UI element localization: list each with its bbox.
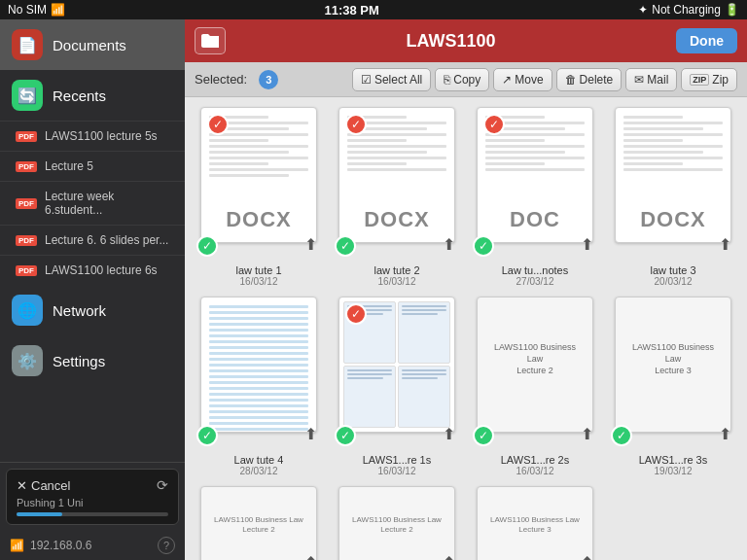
pdf-badge: PDF bbox=[16, 131, 37, 142]
pdf-item-label: Lecture 6. 6 slides per... bbox=[45, 233, 168, 247]
file-item-9[interactable]: LAWS1100 Business Law Lecture 2 ⬆ bbox=[333, 486, 461, 560]
file-type-0: DOCX bbox=[226, 207, 292, 232]
file-red-check-5: ✓ bbox=[345, 303, 367, 325]
file-item-6[interactable]: LAWS1100 Business LawLecture 2 ✓ LAWS1..… bbox=[471, 297, 599, 476]
pdf-badge: PDF bbox=[16, 265, 37, 276]
delete-label: Delete bbox=[580, 73, 614, 87]
file-name-1: law tute 2 bbox=[374, 264, 419, 276]
file-thumb-6: LAWS1100 Business LawLecture 2 bbox=[477, 297, 593, 433]
select-all-button[interactable]: ☑ Select All bbox=[352, 68, 431, 91]
file-thumb-7: LAWS1100 Business LawLecture 3 bbox=[615, 297, 731, 433]
wifi-left: 📶 192.168.0.6 bbox=[10, 539, 91, 552]
sidebar-pdf-3[interactable]: PDF Lecture week 6.student... bbox=[0, 181, 185, 225]
file-share-9[interactable]: ⬆ bbox=[443, 553, 455, 560]
selected-label: Selected: bbox=[195, 72, 247, 87]
sidebar-bottom: ✕ Cancel ⟳ Pushing 1 Uni 📶 192.168.0.6 ? bbox=[0, 462, 185, 560]
bluetooth-icon: ✦ bbox=[638, 3, 648, 17]
file-share-2[interactable]: ⬆ bbox=[581, 235, 593, 254]
cancel-x-icon: ✕ bbox=[17, 478, 27, 493]
file-name-6: LAWS1...re 2s bbox=[501, 454, 570, 466]
recents-icon: 🔄 bbox=[12, 80, 43, 111]
sidebar-item-recents[interactable]: 🔄 Recents bbox=[0, 70, 185, 121]
cancel-push-header: ✕ Cancel ⟳ bbox=[17, 477, 168, 493]
file-share-3[interactable]: ⬆ bbox=[719, 235, 731, 254]
copy-icon: ⎘ bbox=[444, 73, 450, 87]
status-right: ✦ Not Charging 🔋 bbox=[638, 3, 739, 17]
file-item-5[interactable]: ✓ ✓ LAWS1...re 1s 16/03/12 ⬆ bbox=[333, 297, 461, 476]
copy-button[interactable]: ⎘ Copy bbox=[435, 68, 489, 91]
file-thumb-5: ✓ bbox=[338, 297, 455, 433]
battery-label: Not Charging bbox=[652, 3, 721, 17]
sidebar: 📄 Documents 🔄 Recents PDF LAWS1100 lectu… bbox=[0, 19, 185, 560]
copy-label: Copy bbox=[453, 73, 480, 87]
spinner-icon: ⟳ bbox=[157, 477, 168, 493]
title-bar: LAWS1100 Done bbox=[185, 19, 747, 62]
sidebar-pdf-1[interactable]: PDF LAWS1100 lecture 5s bbox=[0, 121, 185, 151]
file-item-4[interactable]: ✓ Law tute 4 28/03/12 ⬆ bbox=[195, 297, 323, 476]
zip-button[interactable]: ZIP Zip bbox=[681, 68, 737, 91]
file-name-7: LAWS1...re 3s bbox=[639, 454, 708, 466]
file-date-1: 16/03/12 bbox=[378, 276, 416, 287]
file-date-2: 27/03/12 bbox=[516, 276, 554, 287]
no-sim-label: No SIM bbox=[8, 3, 47, 17]
cancel-button[interactable]: ✕ Cancel bbox=[17, 478, 70, 493]
file-item-1[interactable]: ✓ DOCX ✓ law tute 2 16/03/12 ⬆ bbox=[333, 107, 461, 287]
delete-button[interactable]: 🗑 Delete bbox=[556, 68, 622, 91]
file-item-2[interactable]: ✓ DOC ✓ Law tu...notes 27/03/12 ⬆ bbox=[471, 107, 599, 287]
pdf-item-label: LAWS1100 lecture 6s bbox=[45, 263, 158, 277]
wifi-address: 192.168.0.6 bbox=[30, 539, 91, 552]
file-share-5[interactable]: ⬆ bbox=[443, 425, 455, 443]
file-item-10[interactable]: LAWS1100 Business Law Lecture 3 ⬆ bbox=[471, 486, 599, 560]
file-share-0[interactable]: ⬆ bbox=[304, 235, 317, 254]
file-date-6: 16/03/12 bbox=[516, 466, 554, 476]
file-name-4: Law tute 4 bbox=[234, 454, 284, 466]
file-item-8[interactable]: LAWS1100 Business Law Lecture 2 ⬆ bbox=[195, 486, 323, 560]
file-green-check-6: ✓ bbox=[473, 425, 494, 446]
file-green-check-7: ✓ bbox=[611, 425, 632, 446]
done-button[interactable]: Done bbox=[676, 28, 737, 53]
file-share-7[interactable]: ⬆ bbox=[719, 425, 731, 443]
file-type-2: DOC bbox=[510, 207, 560, 232]
file-share-8[interactable]: ⬆ bbox=[304, 553, 317, 560]
file-item-3[interactable]: DOCX law tute 3 20/03/12 ⬆ bbox=[609, 107, 737, 287]
file-name-5: LAWS1...re 1s bbox=[363, 454, 432, 466]
pdf-badge: PDF bbox=[16, 161, 37, 172]
sidebar-item-network[interactable]: 🌐 Network bbox=[0, 285, 185, 335]
sidebar-pdf-5[interactable]: PDF LAWS1100 lecture 6s bbox=[0, 255, 185, 285]
file-red-check-0: ✓ bbox=[207, 114, 229, 135]
folder-button[interactable] bbox=[195, 27, 226, 54]
wifi-icon: 📶 bbox=[51, 3, 65, 17]
file-grid: ✓ DOCX ✓ law tute 1 16/03/12 ⬆ ✓ bbox=[185, 97, 747, 560]
move-button[interactable]: ↗ Move bbox=[493, 68, 551, 91]
file-item-0[interactable]: ✓ DOCX ✓ law tute 1 16/03/12 ⬆ bbox=[195, 107, 323, 287]
select-all-icon: ☑ bbox=[361, 73, 372, 87]
app-container: 📄 Documents 🔄 Recents PDF LAWS1100 lectu… bbox=[0, 19, 747, 560]
selected-count-badge: 3 bbox=[259, 70, 278, 89]
file-green-check-4: ✓ bbox=[196, 425, 218, 446]
cancel-label: Cancel bbox=[31, 478, 70, 493]
network-label: Network bbox=[53, 302, 106, 319]
file-share-6[interactable]: ⬆ bbox=[581, 425, 593, 443]
sidebar-item-settings[interactable]: ⚙️ Settings bbox=[0, 335, 185, 386]
progress-bar-fill bbox=[17, 512, 62, 516]
main-content: LAWS1100 Done Selected: 3 ☑ Select All ⎘… bbox=[185, 19, 747, 560]
file-thumb-4 bbox=[200, 297, 317, 433]
file-share-10[interactable]: ⬆ bbox=[581, 553, 593, 560]
file-thumb-8: LAWS1100 Business Law Lecture 2 bbox=[200, 486, 317, 560]
move-label: Move bbox=[515, 73, 543, 87]
help-button[interactable]: ? bbox=[158, 537, 175, 554]
sidebar-pdf-2[interactable]: PDF Lecture 5 bbox=[0, 151, 185, 181]
mail-button[interactable]: ✉ Mail bbox=[625, 68, 677, 91]
file-thumb-1: ✓ DOCX bbox=[338, 107, 455, 243]
network-icon: 🌐 bbox=[12, 295, 43, 326]
file-share-1[interactable]: ⬆ bbox=[443, 235, 455, 254]
file-type-1: DOCX bbox=[364, 207, 430, 232]
pdf-item-label: Lecture 5 bbox=[45, 159, 93, 173]
settings-label: Settings bbox=[53, 353, 105, 369]
sidebar-pdf-4[interactable]: PDF Lecture 6. 6 slides per... bbox=[0, 225, 185, 255]
sidebar-item-documents[interactable]: 📄 Documents bbox=[0, 19, 185, 70]
file-item-7[interactable]: LAWS1100 Business LawLecture 3 ✓ LAWS1..… bbox=[609, 297, 737, 476]
toolbar: Selected: 3 ☑ Select All ⎘ Copy ↗ Move 🗑… bbox=[185, 62, 747, 97]
file-type-3: DOCX bbox=[640, 207, 706, 232]
file-share-4[interactable]: ⬆ bbox=[304, 425, 317, 443]
